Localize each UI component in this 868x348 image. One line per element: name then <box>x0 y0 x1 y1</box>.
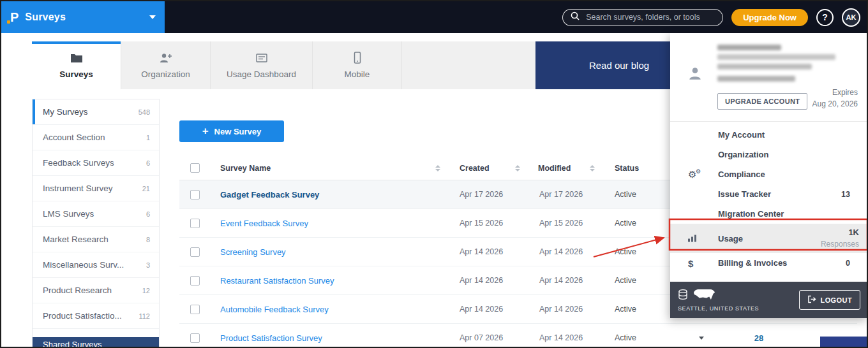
status-dropdown-caret[interactable] <box>699 337 704 340</box>
col-header-status: Status <box>615 164 639 173</box>
menu-item-issue-tracker[interactable]: Issue Tracker 13 <box>670 184 868 204</box>
menu-item-my-account[interactable]: My Account <box>670 125 868 145</box>
modified-date: Apr 15 2026 <box>527 219 601 228</box>
folder-count: 548 <box>138 108 150 116</box>
question-mark-icon: ? <box>822 12 828 22</box>
folder-label: Feedback Surveys <box>43 158 114 168</box>
row-checkbox[interactable] <box>190 305 200 314</box>
tab-label: Organization <box>141 69 190 79</box>
redacted-user-org <box>717 64 812 69</box>
row-checkbox[interactable] <box>190 333 200 343</box>
survey-name-link[interactable]: Restaurant Satisfaction Survey <box>220 276 334 286</box>
help-button[interactable]: ? <box>816 9 834 26</box>
table-row[interactable]: Product Satisfaction Survey Apr 07 2026 … <box>179 324 857 348</box>
row-checkbox[interactable] <box>190 276 200 286</box>
tab-label: Mobile <box>345 69 370 79</box>
folder-label: Account Section <box>43 133 105 142</box>
sort-icon[interactable] <box>590 165 595 171</box>
sidebar-item-product-research[interactable]: Product Research 12 <box>33 278 159 303</box>
logout-button[interactable]: LOGOUT <box>799 290 860 310</box>
tab-surveys[interactable]: Surveys <box>32 41 121 89</box>
col-header-created: Created <box>460 164 490 173</box>
survey-name-link[interactable]: Gadget Feedback Survey <box>220 190 319 199</box>
avatar[interactable]: AK <box>842 8 860 27</box>
sidebar-item-my-surveys[interactable]: My Surveys 548 <box>33 99 159 125</box>
folder-sidebar: My Surveys 548 Account Section 1 Feedbac… <box>32 99 160 348</box>
folder-count: 21 <box>142 185 150 192</box>
folder-label: Instrument Survey <box>43 184 113 193</box>
app-window: P Surveys Upgrade Now ? AK Surveys <box>0 0 868 348</box>
logout-icon <box>807 295 816 305</box>
modified-date: Apr 17 2026 <box>527 190 601 199</box>
sort-icon[interactable] <box>435 165 440 171</box>
menu-item-migration-center[interactable]: Migration Center <box>670 204 868 224</box>
sidebar-item-account-section[interactable]: Account Section 1 <box>33 125 159 150</box>
menu-label: Migration Center <box>718 209 784 219</box>
modified-date: Apr 14 2026 <box>527 333 601 342</box>
mobile-icon <box>353 52 362 64</box>
status-value: Active <box>601 247 673 256</box>
dashboard-icon <box>255 52 268 64</box>
sidebar-item-market-research[interactable]: Market Research 8 <box>33 227 159 252</box>
upgrade-account-button[interactable]: UPGRADE ACCOUNT <box>717 93 807 110</box>
topbar: P Surveys Upgrade Now ? AK <box>1 1 867 33</box>
folder-count: 3 <box>146 261 150 269</box>
menu-item-compliance[interactable]: ⚙ ⚙ Compliance <box>670 164 868 184</box>
product-switcher[interactable]: P Surveys <box>1 1 165 33</box>
expires-date: Aug 20, 2026 <box>812 98 858 110</box>
row-checkbox[interactable] <box>190 190 200 199</box>
survey-name-link[interactable]: Automobile Feedback Survey <box>220 305 329 314</box>
issue-tracker-count: 13 <box>841 190 850 199</box>
tab-organization[interactable]: Organization <box>121 41 211 89</box>
blog-banner-label: Read our blog <box>589 60 649 71</box>
add-user-icon <box>159 52 173 64</box>
account-menu-footer: SEATTLE, UNITED STATES LOGOUT <box>670 282 868 318</box>
folder-icon <box>70 52 83 64</box>
sidebar-item-product-satisfaction[interactable]: Product Satisfactio... 112 <box>33 303 159 329</box>
tabstrip-spacer <box>402 41 535 89</box>
status-value: Active <box>601 305 673 314</box>
sort-icon[interactable] <box>515 165 520 171</box>
expires-label: Expires <box>812 87 858 98</box>
survey-name-link[interactable]: Event Feedback Survey <box>220 219 308 228</box>
tab-usage-dashboard[interactable]: Usage Dashboard <box>211 41 313 89</box>
plus-icon: + <box>202 125 209 138</box>
menu-item-organization[interactable]: Organization <box>670 145 868 164</box>
folder-label: Shared Surveys <box>43 340 102 348</box>
created-date: Apr 14 2026 <box>448 276 527 285</box>
status-value: Active <box>601 333 673 342</box>
chevron-down-icon[interactable] <box>149 15 156 19</box>
gears-icon-small: ⚙ <box>696 168 701 175</box>
sidebar-item-miscellaneous-surveys[interactable]: Miscellaneous Surv... 3 <box>33 252 159 278</box>
upgrade-now-button[interactable]: Upgrade Now <box>731 9 808 26</box>
survey-name-link[interactable]: Screening Survey <box>220 247 286 257</box>
new-survey-button[interactable]: + New Survey <box>179 120 284 142</box>
survey-name-link[interactable]: Product Satisfaction Survey <box>220 333 322 343</box>
sidebar-item-lms-surveys[interactable]: LMS Surveys 6 <box>33 201 159 227</box>
usage-unit: Responses <box>821 240 859 249</box>
search-input[interactable] <box>585 12 715 22</box>
dollar-icon: $ <box>688 257 693 268</box>
row-checkbox[interactable] <box>190 219 200 228</box>
col-header-survey-name: Survey Name <box>220 164 271 173</box>
billing-count: 0 <box>846 259 850 268</box>
menu-label: Billing & Invoices <box>718 258 787 268</box>
search-icon <box>571 11 580 23</box>
row-checkbox[interactable] <box>190 247 200 257</box>
select-all-checkbox[interactable] <box>190 163 200 173</box>
person-icon <box>687 65 703 84</box>
tab-label: Surveys <box>59 69 93 79</box>
folder-count: 1 <box>146 134 150 141</box>
sidebar-item-instrument-survey[interactable]: Instrument Survey 21 <box>33 176 159 201</box>
sidebar-item-shared-surveys[interactable]: Shared Surveys <box>33 337 159 348</box>
modified-date: Apr 14 2026 <box>527 305 601 314</box>
menu-label: Usage <box>718 234 743 243</box>
tab-mobile[interactable]: Mobile <box>313 41 402 89</box>
menu-item-usage[interactable]: Usage 1K Responses <box>670 224 868 253</box>
menu-item-billing-invoices[interactable]: $ Billing & Invoices 0 <box>670 253 868 273</box>
redacted-user-name <box>717 45 781 50</box>
redacted-user-email <box>717 54 835 60</box>
global-search[interactable] <box>562 9 723 26</box>
sidebar-item-feedback-surveys[interactable]: Feedback Surveys 6 <box>33 150 159 176</box>
account-dropdown-menu: UPGRADE ACCOUNT Expires Aug 20, 2026 My … <box>670 33 868 318</box>
